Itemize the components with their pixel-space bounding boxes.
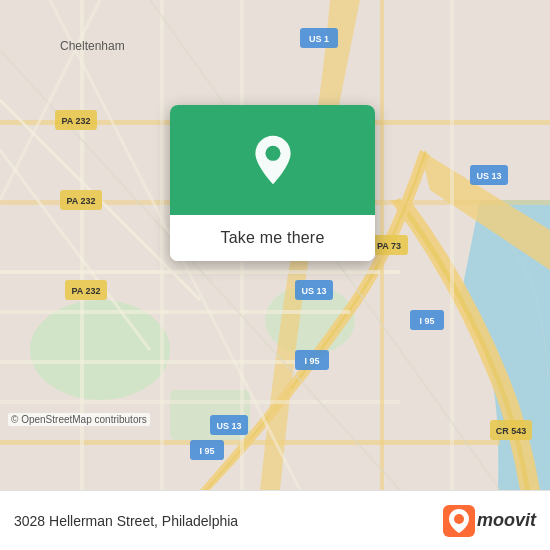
popup-green-area (170, 105, 375, 215)
location-pin-icon (247, 134, 299, 186)
map-container: US 1 US 1 PA 232 PA 232 PA 232 US 13 US … (0, 0, 550, 490)
moovit-brand-icon (443, 505, 475, 537)
svg-text:I 95: I 95 (304, 356, 319, 366)
svg-text:PA 232: PA 232 (61, 116, 90, 126)
svg-rect-8 (0, 310, 350, 314)
take-me-there-button[interactable]: Take me there (170, 215, 375, 261)
svg-text:I 95: I 95 (419, 316, 434, 326)
copyright-text: © OpenStreetMap contributors (8, 413, 150, 426)
svg-text:I 95: I 95 (199, 446, 214, 456)
popup-card: Take me there (170, 105, 375, 261)
svg-rect-9 (0, 360, 300, 364)
svg-text:US 13: US 13 (301, 286, 326, 296)
svg-rect-16 (450, 0, 454, 490)
svg-rect-13 (160, 0, 164, 490)
svg-text:US 1: US 1 (309, 34, 329, 44)
svg-text:PA 232: PA 232 (66, 196, 95, 206)
svg-rect-11 (0, 440, 500, 445)
svg-text:Cheltenham: Cheltenham (60, 39, 125, 53)
bottom-bar: 3028 Hellerman Street, Philadelphia moov… (0, 490, 550, 550)
svg-text:US 13: US 13 (216, 421, 241, 431)
address-text: 3028 Hellerman Street, Philadelphia (14, 513, 443, 529)
moovit-brand-text: moovit (477, 510, 536, 531)
moovit-logo: moovit (443, 505, 536, 537)
svg-text:US 13: US 13 (476, 171, 501, 181)
svg-point-52 (454, 514, 464, 524)
svg-point-50 (265, 146, 280, 161)
svg-text:PA 73: PA 73 (377, 241, 401, 251)
svg-text:CR 543: CR 543 (496, 426, 527, 436)
svg-text:PA 232: PA 232 (71, 286, 100, 296)
svg-rect-10 (0, 400, 400, 404)
